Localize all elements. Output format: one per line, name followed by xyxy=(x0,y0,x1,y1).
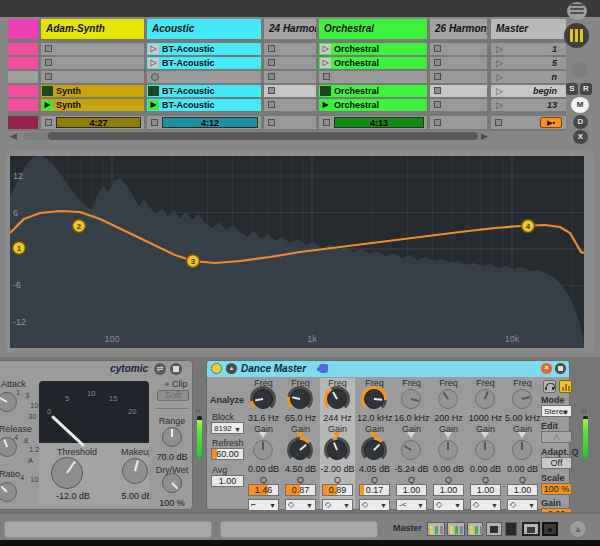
soft-clip-button[interactable]: Soft xyxy=(157,390,189,401)
filter-type-dropdown[interactable]: ◇▼ xyxy=(470,499,501,511)
clip-slot[interactable] xyxy=(430,116,487,129)
gain-knob[interactable] xyxy=(401,440,421,460)
clip-slot[interactable]: Orchestral xyxy=(319,85,427,97)
clip-slot[interactable] xyxy=(430,99,487,111)
clip-slot[interactable] xyxy=(41,57,144,69)
track-header[interactable]: Orchestral xyxy=(319,19,427,39)
clip-stop-button[interactable] xyxy=(434,119,441,126)
hot-swap-icon[interactable]: ⇄ xyxy=(154,363,166,375)
clip-slot[interactable]: Synth xyxy=(41,85,144,97)
eq-band-marker[interactable]: 1 xyxy=(13,242,26,255)
chain-scroll-left[interactable] xyxy=(4,521,212,538)
gain-value[interactable]: 0.00 dB xyxy=(246,464,281,474)
clip-slot[interactable] xyxy=(430,43,487,55)
q-value[interactable]: 0.17 xyxy=(359,484,390,496)
io-section-toggle[interactable] xyxy=(571,62,587,78)
clip-slot[interactable]: 4:27 xyxy=(41,116,144,129)
clip-slot[interactable] xyxy=(8,71,38,83)
save-preset-icon[interactable] xyxy=(170,363,182,375)
q-value[interactable]: 1.00 xyxy=(433,484,464,496)
clip-slot[interactable] xyxy=(8,57,38,69)
drywet-value[interactable]: 100 % xyxy=(151,498,193,508)
clip-slot[interactable]: ▷1 xyxy=(491,43,566,55)
q-value[interactable]: 0.87 xyxy=(285,484,316,496)
scene-launch-icon[interactable]: ▷ xyxy=(496,85,503,97)
clip-launch-button[interactable] xyxy=(320,86,331,96)
clip-slot[interactable]: 4:12 xyxy=(147,116,261,129)
gain-value[interactable]: 4.05 dB xyxy=(357,464,392,474)
attack-knob[interactable] xyxy=(0,392,17,412)
device-chain-thumbnail[interactable] xyxy=(447,522,465,536)
scene-launch-icon[interactable]: ▷ xyxy=(496,99,503,111)
clip-launch-button[interactable] xyxy=(148,86,159,96)
gain-knob[interactable] xyxy=(253,440,273,460)
scroll-left-arrow[interactable]: ◀ xyxy=(10,131,17,141)
stop-all-clips-square[interactable] xyxy=(495,119,502,126)
clip-stop-button[interactable] xyxy=(268,73,275,80)
clip-slot[interactable] xyxy=(147,71,261,83)
clip-slot[interactable] xyxy=(430,57,487,69)
clip-slot[interactable] xyxy=(430,85,487,97)
gain-knob[interactable] xyxy=(512,440,532,460)
clip-stop-button[interactable] xyxy=(45,73,52,80)
drywet-knob[interactable] xyxy=(162,473,182,493)
clip-slot[interactable]: ▷13 xyxy=(491,99,566,111)
clip-stop-button[interactable] xyxy=(434,45,441,52)
chain-scroll-right[interactable] xyxy=(220,521,378,538)
freq-value[interactable]: 12.0 kHz xyxy=(357,413,392,423)
filter-type-dropdown[interactable]: ⌐▼ xyxy=(248,499,279,511)
track-header[interactable] xyxy=(8,19,38,39)
filter-type-dropdown[interactable]: ◇▼ xyxy=(322,499,353,511)
freq-value[interactable]: 1000 Hz xyxy=(468,413,503,423)
track-header[interactable]: Acoustic xyxy=(147,19,261,39)
device-chain-thumbnail[interactable] xyxy=(505,522,517,536)
clip-stop-button[interactable] xyxy=(268,45,275,52)
mode-dropdown[interactable]: Stereo▼ xyxy=(541,405,572,417)
gain-value[interactable]: 0.00 dB xyxy=(431,464,466,474)
makeup-value[interactable]: 5.00 dB xyxy=(117,491,149,501)
gain-knob[interactable] xyxy=(438,440,458,460)
gain-value[interactable]: 4.50 dB xyxy=(283,464,318,474)
clip-launch-button[interactable]: ▶ xyxy=(148,100,159,110)
back-to-arrangement-button[interactable]: ▶▪ xyxy=(540,117,562,128)
track-header[interactable]: 26 Harmony xyxy=(430,19,487,39)
gain-value[interactable]: -5.24 dB xyxy=(394,464,429,474)
threshold-knob[interactable] xyxy=(51,457,83,489)
range-value[interactable]: 70.0 dB xyxy=(151,452,193,462)
analyzer-icon[interactable] xyxy=(559,380,572,393)
freq-value[interactable]: 244 Hz xyxy=(320,413,355,423)
clip-slot[interactable] xyxy=(264,57,316,69)
track-header[interactable]: Master xyxy=(491,19,566,39)
device-chain-thumbnail[interactable] xyxy=(486,522,502,536)
clip-launch-button[interactable]: ▶ xyxy=(42,100,53,110)
mixer-bars-icon[interactable] xyxy=(564,23,589,48)
clip-stop-button[interactable] xyxy=(323,73,330,80)
gain-value[interactable]: -2.00 dB xyxy=(320,464,355,474)
clip-slot[interactable] xyxy=(41,43,144,55)
freq-value[interactable]: 200 Hz xyxy=(431,413,466,423)
eq-band-marker[interactable]: 4 xyxy=(522,220,535,233)
device-chain-thumbnail[interactable] xyxy=(427,522,445,536)
q-value[interactable]: 0.89 xyxy=(322,484,353,496)
gain-value[interactable]: 0.00 dB xyxy=(505,464,540,474)
threshold-value[interactable]: -12.0 dB xyxy=(47,491,99,501)
clip-slot[interactable] xyxy=(41,71,144,83)
clip-overview-icon[interactable] xyxy=(567,2,587,20)
clip-slot[interactable]: 4:13 xyxy=(319,116,427,129)
makeup-knob[interactable] xyxy=(122,458,148,484)
ratio-knob[interactable] xyxy=(0,482,17,502)
clip-slot[interactable]: ▷n xyxy=(491,71,566,83)
scene-launch-icon[interactable]: ▷ xyxy=(496,43,503,55)
returns-toggle[interactable]: R xyxy=(580,83,592,95)
freq-value[interactable]: 31.6 Hz xyxy=(246,413,281,423)
clip-slot[interactable]: BT-Acoustic xyxy=(147,85,261,97)
freq-knob[interactable] xyxy=(512,389,532,409)
q-value[interactable]: 1.00 xyxy=(470,484,501,496)
gain-knob[interactable] xyxy=(475,440,495,460)
clip-slot[interactable]: ▶Orchestral xyxy=(319,99,427,111)
freq-value[interactable]: 65.0 Hz xyxy=(283,413,318,423)
clip-slot[interactable] xyxy=(264,71,316,83)
device-chain-thumbnail[interactable] xyxy=(467,522,483,536)
clip-stop-button[interactable] xyxy=(45,45,52,52)
scale-value[interactable]: 100 % xyxy=(541,483,572,495)
